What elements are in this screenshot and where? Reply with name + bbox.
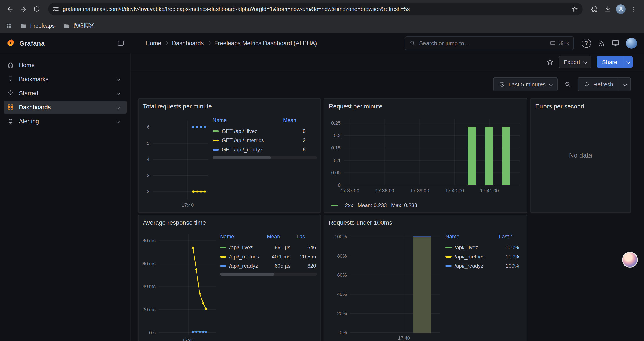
keyboard-icon bbox=[550, 40, 556, 46]
forward-button[interactable] bbox=[17, 3, 30, 16]
bookmarks-bar: Freeleaps 收藏博客 bbox=[0, 18, 644, 33]
bookmark-folder-blogs[interactable]: 收藏博客 bbox=[62, 22, 94, 30]
scrollbar-thumb[interactable] bbox=[220, 272, 274, 276]
bookmark-star-icon[interactable] bbox=[571, 6, 578, 13]
help-button[interactable]: ? bbox=[582, 38, 591, 48]
back-button[interactable] bbox=[4, 3, 17, 16]
legend-row[interactable]: /api/_readyz 100% bbox=[446, 261, 524, 270]
forward-icon bbox=[19, 5, 27, 13]
floating-avatar-button[interactable] bbox=[622, 252, 638, 268]
timeseries-chart[interactable]: 2345617:40 bbox=[142, 113, 210, 208]
legend-row[interactable]: GET /api/_readyz 6 bbox=[212, 145, 317, 154]
legend-scrollbar[interactable] bbox=[212, 156, 317, 159]
dock-sidebar-button[interactable] bbox=[117, 39, 124, 47]
sidebar-item-bookmarks[interactable]: Bookmarks bbox=[4, 72, 127, 86]
chevron-down-icon bbox=[583, 60, 588, 64]
series-marker bbox=[220, 256, 226, 257]
news-rss-button[interactable] bbox=[598, 39, 605, 47]
timeseries-chart[interactable]: 0 s20 ms40 ms60 ms80 ms17:40 bbox=[142, 229, 218, 341]
bar-chart[interactable]: 0%20%40%60%80%100%17:40 bbox=[328, 229, 443, 341]
user-avatar[interactable] bbox=[626, 38, 637, 49]
legend-scrollbar[interactable] bbox=[220, 272, 317, 276]
panel-title[interactable]: Total requests per minute bbox=[138, 99, 320, 111]
legend-col-last[interactable]: Las bbox=[296, 233, 317, 243]
browser-menu-button[interactable] bbox=[627, 3, 640, 16]
sidebar-item-home[interactable]: Home bbox=[4, 58, 127, 72]
extensions-button[interactable] bbox=[588, 3, 601, 16]
svg-text:0: 0 bbox=[338, 182, 341, 188]
panel-requests-under-100ms: Requests under 100ms 0%20%40%60%80%100%1… bbox=[324, 215, 528, 341]
legend-col-name[interactable]: Name bbox=[446, 233, 499, 243]
downloads-button[interactable] bbox=[601, 3, 614, 16]
profile-avatar bbox=[616, 4, 626, 14]
export-button[interactable]: Export bbox=[559, 56, 592, 68]
svg-text:0.1: 0.1 bbox=[334, 158, 341, 163]
legend-row[interactable]: GET /api/_livez 6 bbox=[212, 126, 317, 136]
panel-title[interactable]: Request per minute bbox=[324, 99, 527, 111]
org-switcher[interactable]: Grafana bbox=[0, 39, 131, 47]
legend-col-name[interactable]: Name bbox=[212, 117, 283, 126]
legend-col-last[interactable]: Last * bbox=[499, 233, 524, 243]
url-bar[interactable]: grafana.mathmast.com/d/deytv4rwavabkb/fr… bbox=[48, 3, 582, 15]
profile-button[interactable] bbox=[614, 3, 627, 16]
legend-row[interactable]: GET /api/_metrics 2 bbox=[212, 136, 317, 145]
dashboards-grid-icon bbox=[7, 104, 14, 111]
person-icon bbox=[618, 6, 624, 12]
legend-col-name[interactable]: Name bbox=[220, 233, 267, 243]
panel-title[interactable]: Errors per second bbox=[531, 99, 630, 111]
site-info-icon[interactable] bbox=[52, 6, 59, 12]
dashboard-canvas: Last 5 minutes Refresh bbox=[131, 71, 644, 341]
monitor-button[interactable] bbox=[612, 39, 620, 47]
legend-row[interactable]: /api/_metrics 100% bbox=[446, 252, 524, 261]
svg-text:6: 6 bbox=[147, 124, 150, 130]
legend-col-mean[interactable]: Mean bbox=[267, 233, 296, 243]
screen: grafana.mathmast.com/d/deytv4rwavabkb/fr… bbox=[0, 0, 644, 341]
panel-request-per-minute: Request per minute 00.050.10.150.20.2517… bbox=[324, 98, 528, 213]
star-dashboard-button[interactable] bbox=[546, 58, 554, 66]
refresh-button[interactable]: Refresh bbox=[578, 77, 619, 91]
panel-title[interactable]: Requests under 100ms bbox=[324, 215, 527, 227]
svg-text:17:39:00: 17:39:00 bbox=[410, 188, 429, 193]
sidebar-item-starred[interactable]: Starred bbox=[4, 87, 127, 100]
apps-grid-icon[interactable] bbox=[5, 22, 12, 29]
legend: Name Mean GET /api/_livez 6 bbox=[212, 117, 317, 208]
dock-sidebar-icon bbox=[117, 39, 124, 47]
sidebar-item-alerting[interactable]: Alerting bbox=[4, 115, 127, 128]
bar-chart[interactable]: 00.050.10.150.20.2517:37:0017:38:0017:39… bbox=[328, 113, 524, 199]
svg-text:80%: 80% bbox=[337, 253, 347, 259]
legend-row[interactable]: /api/_livez 100% bbox=[446, 243, 524, 252]
svg-text:17:38:00: 17:38:00 bbox=[376, 188, 394, 193]
scrollbar-thumb[interactable] bbox=[212, 156, 271, 159]
dashboard-actions-bar: Export Share bbox=[131, 53, 644, 71]
chevron-down-icon[interactable] bbox=[116, 119, 121, 123]
panel-total-requests-per-minute: Total requests per minute 2345617:40 Nam… bbox=[138, 98, 321, 213]
bookmark-folder-freeleaps[interactable]: Freeleaps bbox=[20, 22, 54, 29]
chevron-down-icon[interactable] bbox=[116, 77, 121, 81]
time-range-picker[interactable]: Last 5 minutes bbox=[493, 77, 558, 91]
share-button[interactable]: Share bbox=[597, 56, 622, 68]
main-content: Export Share Last 5 minutes bbox=[131, 53, 644, 341]
series-marker bbox=[220, 246, 226, 248]
nav-sidebar: Home Bookmarks Starred Dashboards Alerti… bbox=[0, 53, 131, 341]
sidebar-item-dashboards[interactable]: Dashboards bbox=[4, 101, 127, 114]
browser-toolbar: grafana.mathmast.com/d/deytv4rwavabkb/fr… bbox=[0, 0, 644, 18]
legend[interactable]: 2xx Mean: 0.233 Max: 0.233 bbox=[332, 202, 417, 208]
zoom-out-button[interactable] bbox=[561, 78, 574, 91]
legend-row[interactable]: /api/_metrics 40.1 ms 20.5 m bbox=[220, 252, 317, 261]
refresh-interval-button[interactable] bbox=[619, 77, 631, 91]
breadcrumb-home[interactable]: Home bbox=[146, 40, 161, 46]
breadcrumb-dashboards[interactable]: Dashboards bbox=[172, 40, 204, 46]
chevron-down-icon bbox=[623, 82, 627, 86]
chevron-down-icon[interactable] bbox=[116, 105, 121, 109]
grafana-logo bbox=[6, 39, 15, 47]
svg-text:17:40: 17:40 bbox=[182, 202, 194, 208]
legend-row[interactable]: /api/_livez 661 µs 646 bbox=[220, 243, 317, 252]
reload-button[interactable] bbox=[30, 3, 43, 16]
svg-text:0.15: 0.15 bbox=[331, 145, 341, 151]
panel-title[interactable]: Average response time bbox=[138, 215, 320, 227]
share-menu-button[interactable] bbox=[622, 56, 632, 68]
legend-col-mean[interactable]: Mean bbox=[283, 117, 317, 126]
chevron-down-icon[interactable] bbox=[116, 91, 121, 95]
legend-row[interactable]: /api/_readyz 605 µs 620 bbox=[220, 261, 317, 270]
search-input[interactable]: Search or jump to... ⌘+k bbox=[405, 36, 574, 50]
